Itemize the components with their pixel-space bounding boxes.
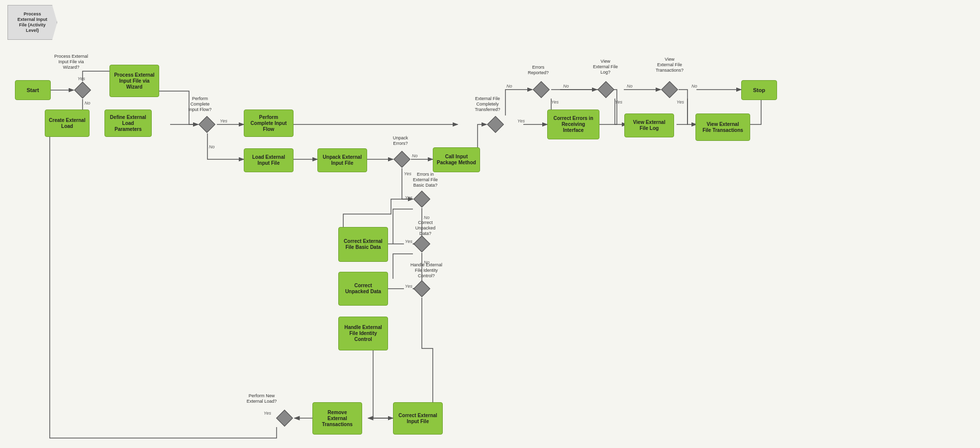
label-view-transactions: View External File Transactions? (645, 57, 694, 73)
node-correct-external-input: Correct External Input File (393, 402, 443, 435)
node-perform-complete-flow: Perform Complete Input Flow (244, 110, 294, 137)
svg-marker-21 (533, 82, 549, 98)
diamond-errors-basic (413, 190, 431, 208)
edge-label-no-1: No (85, 101, 91, 106)
node-unpack-external: Unpack External Input File (317, 148, 367, 172)
label-view-log: View External File Log? (583, 59, 628, 75)
node-correct-errors-receiving: Correct Errors in Receiving Interface (547, 110, 599, 139)
diamond-correct-unpacked (413, 235, 431, 253)
edge-label-yes-6: Yes (405, 284, 412, 289)
svg-marker-13 (75, 82, 91, 98)
svg-marker-14 (199, 116, 215, 132)
node-handle-identity: Handle External File Identity Control (338, 317, 388, 350)
edge-label-no-6: No (506, 84, 512, 89)
diamond-process-via-wizard (74, 81, 92, 99)
diamond-perform-complete (198, 115, 216, 133)
edge-label-no-5: No (424, 260, 430, 265)
edge-label-yes-9: Yes (551, 100, 559, 105)
node-load-external: Load External Input File (244, 148, 294, 172)
node-view-transactions: View External File Transactions (695, 113, 750, 141)
edge-label-no-8: No (627, 84, 633, 89)
node-remove-external: Remove External Transactions (312, 402, 362, 435)
diamond-errors-reported (532, 81, 550, 99)
edge-label-yes-3: Yes (404, 171, 411, 176)
start-node: Start (15, 80, 51, 100)
edge-label-yes-10: Yes (615, 100, 622, 105)
edge-label-yes-2: Yes (220, 118, 227, 123)
diamond-view-log (597, 81, 615, 99)
svg-marker-15 (394, 151, 410, 167)
label-new-external-load: Perform New External Load? (242, 393, 282, 404)
edge-label-yes-5: Yes (405, 239, 412, 244)
node-call-input: Call Input Package Method (433, 147, 480, 172)
edge-label-no-7: No (563, 84, 569, 89)
svg-marker-18 (414, 281, 430, 297)
diamond-new-external-load (276, 409, 294, 427)
edge-label-yes-11: Yes (677, 100, 684, 105)
diamond-handle-identity (413, 280, 431, 298)
activity-label: Process External Input File (Activity Le… (7, 5, 57, 40)
label-errors-reported: Errors Reported? (518, 65, 558, 76)
node-correct-unpacked: Correct Unpacked Data (338, 272, 388, 306)
diamond-view-transactions (661, 81, 679, 99)
edge-label-no-4: No (424, 215, 430, 220)
edge-label-no-9: No (691, 84, 697, 89)
node-create-external-load: Create External Load (45, 110, 90, 137)
edge-label-yes-8: Yes (517, 118, 525, 123)
svg-marker-23 (662, 82, 678, 98)
edge-label-no-3: No (412, 153, 418, 158)
node-process-wizard: Process External Input File via Wizard (109, 65, 159, 97)
svg-marker-20 (488, 116, 503, 132)
label-perform-complete: Perform Complete Input Flow? (180, 96, 220, 112)
diagram-canvas: Process External Input File (Activity Le… (0, 0, 980, 448)
edge-label-no-2: No (209, 144, 215, 149)
edge-label-yes-4: Yes (405, 195, 412, 200)
label-external-transferred: External File Completely Transferred? (463, 96, 512, 112)
node-view-external-log: View External File Log (624, 113, 674, 137)
svg-marker-17 (414, 236, 430, 252)
diamond-external-transferred (487, 115, 504, 133)
label-correct-unpacked: Correct Unpacked Data? (405, 220, 445, 236)
label-process-via-wizard: Process External Input File via Wizard? (49, 54, 94, 70)
edge-label-yes-1: Yes (78, 76, 85, 81)
svg-marker-19 (277, 410, 293, 426)
node-correct-file-basic: Correct External File Basic Data (338, 227, 388, 262)
edge-label-yes-7: Yes (264, 411, 271, 416)
node-define-params: Define External Load Parameters (104, 110, 152, 137)
stop-node: Stop (741, 80, 777, 100)
svg-marker-22 (598, 82, 614, 98)
svg-marker-16 (414, 191, 430, 207)
diamond-unpack-errors (393, 150, 411, 168)
label-unpack-errors: Unpack Errors? (383, 135, 418, 146)
